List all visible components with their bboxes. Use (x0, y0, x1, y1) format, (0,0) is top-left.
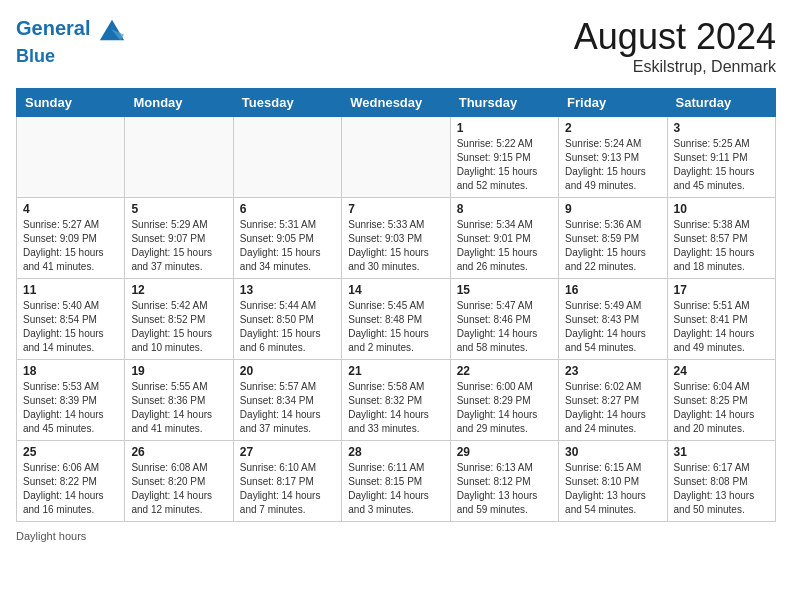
title-block: August 2024 Eskilstrup, Denmark (574, 16, 776, 76)
calendar-header-row: Sunday Monday Tuesday Wednesday Thursday… (17, 89, 776, 117)
day-info: Sunrise: 5:38 AM Sunset: 8:57 PM Dayligh… (674, 218, 769, 274)
day-info: Sunrise: 5:53 AM Sunset: 8:39 PM Dayligh… (23, 380, 118, 436)
footer: Daylight hours (16, 530, 776, 542)
day-info: Sunrise: 5:34 AM Sunset: 9:01 PM Dayligh… (457, 218, 552, 274)
location: Eskilstrup, Denmark (574, 58, 776, 76)
day-info: Sunrise: 5:55 AM Sunset: 8:36 PM Dayligh… (131, 380, 226, 436)
table-row: 20Sunrise: 5:57 AM Sunset: 8:34 PM Dayli… (233, 360, 341, 441)
day-info: Sunrise: 6:17 AM Sunset: 8:08 PM Dayligh… (674, 461, 769, 517)
day-info: Sunrise: 5:22 AM Sunset: 9:15 PM Dayligh… (457, 137, 552, 193)
calendar-week-row: 4Sunrise: 5:27 AM Sunset: 9:09 PM Daylig… (17, 198, 776, 279)
day-number: 7 (348, 202, 443, 216)
table-row (233, 117, 341, 198)
day-info: Sunrise: 6:13 AM Sunset: 8:12 PM Dayligh… (457, 461, 552, 517)
calendar-week-row: 1Sunrise: 5:22 AM Sunset: 9:15 PM Daylig… (17, 117, 776, 198)
day-number: 30 (565, 445, 660, 459)
calendar-week-row: 11Sunrise: 5:40 AM Sunset: 8:54 PM Dayli… (17, 279, 776, 360)
table-row: 25Sunrise: 6:06 AM Sunset: 8:22 PM Dayli… (17, 441, 125, 522)
day-number: 28 (348, 445, 443, 459)
day-info: Sunrise: 5:58 AM Sunset: 8:32 PM Dayligh… (348, 380, 443, 436)
col-sunday: Sunday (17, 89, 125, 117)
day-number: 20 (240, 364, 335, 378)
day-number: 4 (23, 202, 118, 216)
table-row: 15Sunrise: 5:47 AM Sunset: 8:46 PM Dayli… (450, 279, 558, 360)
table-row: 9Sunrise: 5:36 AM Sunset: 8:59 PM Daylig… (559, 198, 667, 279)
table-row: 13Sunrise: 5:44 AM Sunset: 8:50 PM Dayli… (233, 279, 341, 360)
table-row: 3Sunrise: 5:25 AM Sunset: 9:11 PM Daylig… (667, 117, 775, 198)
day-number: 24 (674, 364, 769, 378)
day-info: Sunrise: 5:45 AM Sunset: 8:48 PM Dayligh… (348, 299, 443, 355)
day-number: 25 (23, 445, 118, 459)
day-number: 16 (565, 283, 660, 297)
day-info: Sunrise: 6:04 AM Sunset: 8:25 PM Dayligh… (674, 380, 769, 436)
day-info: Sunrise: 5:36 AM Sunset: 8:59 PM Dayligh… (565, 218, 660, 274)
day-info: Sunrise: 6:15 AM Sunset: 8:10 PM Dayligh… (565, 461, 660, 517)
col-friday: Friday (559, 89, 667, 117)
day-info: Sunrise: 5:33 AM Sunset: 9:03 PM Dayligh… (348, 218, 443, 274)
day-info: Sunrise: 5:31 AM Sunset: 9:05 PM Dayligh… (240, 218, 335, 274)
table-row (17, 117, 125, 198)
day-info: Sunrise: 5:40 AM Sunset: 8:54 PM Dayligh… (23, 299, 118, 355)
day-info: Sunrise: 5:42 AM Sunset: 8:52 PM Dayligh… (131, 299, 226, 355)
table-row: 11Sunrise: 5:40 AM Sunset: 8:54 PM Dayli… (17, 279, 125, 360)
day-number: 11 (23, 283, 118, 297)
table-row: 28Sunrise: 6:11 AM Sunset: 8:15 PM Dayli… (342, 441, 450, 522)
col-wednesday: Wednesday (342, 89, 450, 117)
col-monday: Monday (125, 89, 233, 117)
table-row: 17Sunrise: 5:51 AM Sunset: 8:41 PM Dayli… (667, 279, 775, 360)
day-number: 26 (131, 445, 226, 459)
day-info: Sunrise: 5:27 AM Sunset: 9:09 PM Dayligh… (23, 218, 118, 274)
header: General Blue August 2024 Eskilstrup, Den… (16, 16, 776, 76)
logo-icon (98, 16, 126, 44)
table-row: 12Sunrise: 5:42 AM Sunset: 8:52 PM Dayli… (125, 279, 233, 360)
calendar-week-row: 18Sunrise: 5:53 AM Sunset: 8:39 PM Dayli… (17, 360, 776, 441)
table-row: 16Sunrise: 5:49 AM Sunset: 8:43 PM Dayli… (559, 279, 667, 360)
logo-text: General Blue (16, 16, 126, 67)
calendar-table: Sunday Monday Tuesday Wednesday Thursday… (16, 88, 776, 522)
table-row (125, 117, 233, 198)
table-row: 10Sunrise: 5:38 AM Sunset: 8:57 PM Dayli… (667, 198, 775, 279)
table-row: 2Sunrise: 5:24 AM Sunset: 9:13 PM Daylig… (559, 117, 667, 198)
logo: General Blue (16, 16, 126, 67)
table-row (342, 117, 450, 198)
day-number: 13 (240, 283, 335, 297)
table-row: 18Sunrise: 5:53 AM Sunset: 8:39 PM Dayli… (17, 360, 125, 441)
day-number: 18 (23, 364, 118, 378)
day-number: 14 (348, 283, 443, 297)
calendar-week-row: 25Sunrise: 6:06 AM Sunset: 8:22 PM Dayli… (17, 441, 776, 522)
day-info: Sunrise: 5:44 AM Sunset: 8:50 PM Dayligh… (240, 299, 335, 355)
day-number: 8 (457, 202, 552, 216)
table-row: 21Sunrise: 5:58 AM Sunset: 8:32 PM Dayli… (342, 360, 450, 441)
day-number: 15 (457, 283, 552, 297)
day-info: Sunrise: 5:51 AM Sunset: 8:41 PM Dayligh… (674, 299, 769, 355)
day-info: Sunrise: 5:24 AM Sunset: 9:13 PM Dayligh… (565, 137, 660, 193)
col-thursday: Thursday (450, 89, 558, 117)
day-info: Sunrise: 5:49 AM Sunset: 8:43 PM Dayligh… (565, 299, 660, 355)
day-number: 27 (240, 445, 335, 459)
table-row: 26Sunrise: 6:08 AM Sunset: 8:20 PM Dayli… (125, 441, 233, 522)
day-number: 5 (131, 202, 226, 216)
table-row: 24Sunrise: 6:04 AM Sunset: 8:25 PM Dayli… (667, 360, 775, 441)
day-number: 22 (457, 364, 552, 378)
day-info: Sunrise: 5:47 AM Sunset: 8:46 PM Dayligh… (457, 299, 552, 355)
table-row: 6Sunrise: 5:31 AM Sunset: 9:05 PM Daylig… (233, 198, 341, 279)
day-info: Sunrise: 6:00 AM Sunset: 8:29 PM Dayligh… (457, 380, 552, 436)
table-row: 27Sunrise: 6:10 AM Sunset: 8:17 PM Dayli… (233, 441, 341, 522)
day-number: 17 (674, 283, 769, 297)
day-number: 21 (348, 364, 443, 378)
day-number: 12 (131, 283, 226, 297)
day-number: 9 (565, 202, 660, 216)
day-number: 19 (131, 364, 226, 378)
table-row: 5Sunrise: 5:29 AM Sunset: 9:07 PM Daylig… (125, 198, 233, 279)
day-info: Sunrise: 6:10 AM Sunset: 8:17 PM Dayligh… (240, 461, 335, 517)
day-info: Sunrise: 5:57 AM Sunset: 8:34 PM Dayligh… (240, 380, 335, 436)
day-number: 31 (674, 445, 769, 459)
table-row: 4Sunrise: 5:27 AM Sunset: 9:09 PM Daylig… (17, 198, 125, 279)
day-info: Sunrise: 6:06 AM Sunset: 8:22 PM Dayligh… (23, 461, 118, 517)
table-row: 23Sunrise: 6:02 AM Sunset: 8:27 PM Dayli… (559, 360, 667, 441)
table-row: 14Sunrise: 5:45 AM Sunset: 8:48 PM Dayli… (342, 279, 450, 360)
day-number: 23 (565, 364, 660, 378)
day-number: 10 (674, 202, 769, 216)
col-tuesday: Tuesday (233, 89, 341, 117)
table-row: 30Sunrise: 6:15 AM Sunset: 8:10 PM Dayli… (559, 441, 667, 522)
